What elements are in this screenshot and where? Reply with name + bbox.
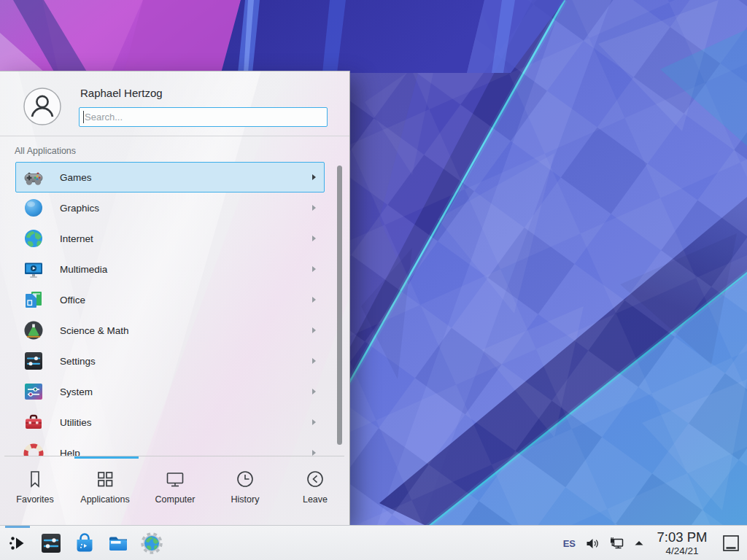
leave-icon	[305, 469, 325, 489]
office-icon	[23, 289, 44, 310]
settings-icon	[23, 351, 44, 371]
applications-icon	[95, 469, 115, 489]
clock-time: 7:03 PM	[654, 530, 711, 545]
chevron-right-icon	[312, 205, 316, 211]
user-name: Raphael Hertzog	[80, 87, 163, 99]
text-caret	[83, 111, 84, 123]
system-tray: ES 7:03 PM 4/24/21	[563, 526, 747, 560]
category-label: Settings	[60, 356, 96, 367]
show-desktop-button[interactable]	[721, 533, 741, 553]
chevron-right-icon	[312, 450, 316, 456]
category-internet[interactable]: Internet	[15, 223, 325, 254]
chevron-right-icon	[312, 266, 316, 272]
category-multimedia[interactable]: Multimedia	[15, 254, 325, 284]
tab-leave[interactable]: Leave	[280, 459, 350, 525]
category-system[interactable]: System	[15, 376, 325, 407]
category-games[interactable]: Games	[15, 162, 325, 192]
globe-browser-icon	[140, 532, 163, 555]
category-graphics[interactable]: Graphics	[15, 192, 325, 223]
help-icon	[23, 443, 44, 456]
tab-label: Applications	[80, 494, 129, 505]
chevron-right-icon	[312, 327, 316, 333]
launcher-header: Raphael Hertzog	[0, 71, 349, 136]
tab-label: Favorites	[16, 494, 53, 505]
tab-label: Computer	[155, 494, 196, 505]
category-list: Games Graphics	[0, 162, 350, 456]
application-launcher-button[interactable]	[6, 532, 29, 555]
graphics-icon	[23, 198, 44, 218]
games-icon	[23, 167, 44, 187]
category-label: Office	[60, 295, 85, 306]
clock-date: 4/24/21	[654, 545, 711, 556]
clock[interactable]: 7:03 PM 4/24/21	[654, 530, 711, 556]
folder-icon	[107, 532, 130, 555]
favorites-icon	[25, 469, 45, 489]
tab-applications[interactable]: Applications	[70, 459, 140, 525]
chevron-right-icon	[312, 236, 316, 241]
category-label: Games	[60, 172, 92, 183]
tab-computer[interactable]: Computer	[140, 459, 210, 525]
category-label: Utilities	[60, 417, 92, 428]
category-settings[interactable]: Settings	[15, 346, 325, 376]
network-icon[interactable]	[609, 536, 624, 551]
category-label: Science & Math	[60, 325, 129, 336]
system-settings-button[interactable]	[39, 532, 63, 555]
chevron-right-icon	[312, 297, 316, 303]
internet-icon	[23, 228, 44, 249]
header-separator	[0, 136, 349, 136]
desktop: Raphael Hertzog All Applications Gam	[0, 0, 747, 560]
section-label: All Applications	[15, 146, 76, 156]
discover-icon	[73, 532, 96, 555]
tab-history[interactable]: History	[210, 459, 280, 525]
launcher-tabbar: Favorites Applications C	[0, 459, 350, 525]
taskbar: ES 7:03 PM 4/24/21	[0, 525, 747, 560]
keyboard-layout-indicator[interactable]: ES	[563, 538, 576, 549]
search-input[interactable]	[79, 107, 328, 127]
category-label: System	[60, 386, 93, 397]
multimedia-icon	[23, 259, 44, 279]
volume-icon[interactable]	[585, 536, 600, 551]
chevron-right-icon	[312, 419, 316, 425]
list-scrollbar[interactable]	[337, 166, 342, 445]
tab-label: Leave	[303, 494, 328, 505]
history-icon	[235, 469, 255, 489]
web-browser-button[interactable]	[140, 532, 163, 555]
science-icon	[23, 320, 44, 341]
tabbar-separator	[4, 456, 344, 456]
user-avatar-icon[interactable]	[23, 88, 61, 125]
tab-label: History	[231, 494, 260, 505]
computer-icon	[165, 469, 185, 489]
utilities-icon	[23, 412, 44, 432]
category-label: Internet	[60, 233, 93, 244]
category-label: Graphics	[60, 203, 99, 214]
category-science-math[interactable]: Science & Math	[15, 315, 325, 346]
active-task-indicator	[5, 526, 30, 528]
system-settings-icon	[39, 532, 63, 555]
category-utilities[interactable]: Utilities	[15, 407, 325, 438]
chevron-right-icon	[312, 174, 316, 180]
category-office[interactable]: Office	[15, 284, 325, 315]
category-label: Multimedia	[60, 264, 107, 275]
category-help[interactable]: Help	[15, 438, 325, 456]
file-manager-button[interactable]	[107, 532, 130, 555]
application-launcher-popup: Raphael Hertzog All Applications Gam	[0, 71, 350, 525]
chevron-right-icon	[312, 389, 316, 394]
taskbar-apps	[6, 532, 163, 555]
system-icon	[23, 381, 44, 402]
tray-expander-icon[interactable]	[633, 537, 645, 549]
kde-launcher-icon	[6, 532, 29, 555]
discover-button[interactable]	[73, 532, 96, 555]
tab-favorites[interactable]: Favorites	[0, 459, 70, 525]
chevron-right-icon	[312, 358, 316, 364]
